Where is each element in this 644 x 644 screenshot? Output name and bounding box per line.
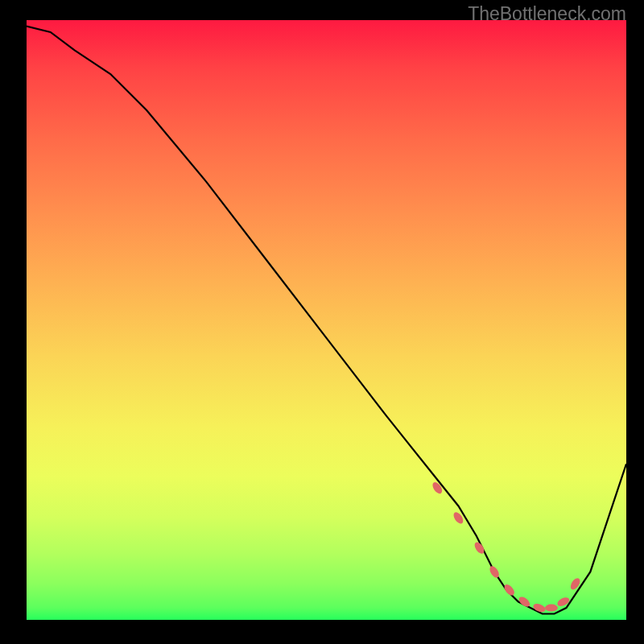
chart-curve-line (27, 27, 626, 614)
chart-marker (431, 481, 444, 495)
chart-plot-area (27, 20, 626, 620)
chart-marker (545, 605, 558, 612)
chart-marker (502, 583, 516, 597)
chart-marker (488, 564, 501, 579)
watermark-text: TheBottleneck.com (468, 3, 626, 25)
chart-marker (569, 576, 582, 591)
chart-svg (27, 20, 626, 620)
